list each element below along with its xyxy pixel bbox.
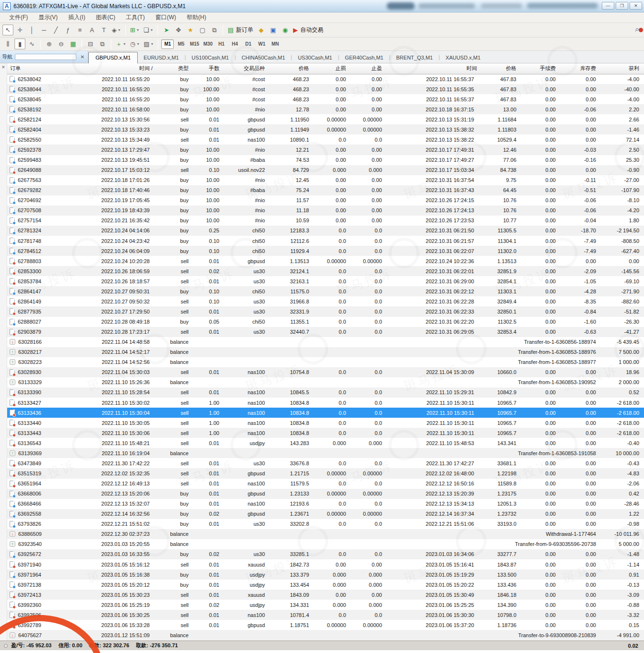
panel-close-icon[interactable]: ✕: [1, 65, 5, 70]
trade-row-63668466[interactable]: 636684662022.12.13 15:32:07buy0.01nas100…: [7, 499, 644, 509]
trade-row-63692558[interactable]: 636925582022.12.14 16:32:56buy0.02gbpusd…: [7, 509, 644, 519]
chart-tab-xauusd.x[interactable]: XAUUSD.x,M1: [440, 53, 487, 63]
trade-row-62649088[interactable]: 626490882022.10.17 15:03:12sell0.10usoil…: [7, 165, 644, 175]
market-terminal-button[interactable]: ▣: [268, 24, 279, 36]
fibonacci-button[interactable]: ƒ: [62, 24, 73, 36]
column-header[interactable]: 手数: [193, 63, 224, 74]
trade-row-63971940[interactable]: 639719402023.01.05 15:16:12sell0.01xauus…: [7, 559, 644, 569]
signals-button[interactable]: ◉: [280, 24, 291, 36]
menu-item[interactable]: 显示(V): [33, 12, 63, 23]
navigator-close-icon[interactable]: ✕: [79, 54, 86, 60]
balance-row-63923540[interactable]: ↑639235402023.01.03 15:20:55balanceTrans…: [7, 539, 644, 549]
zoom-out-button[interactable]: ⊖: [56, 38, 67, 49]
trade-row-62707508[interactable]: 627075082022.10.19 18:43:39buy10.00#nio1…: [7, 206, 644, 216]
tile-windows-button[interactable]: ▦: [68, 38, 79, 49]
cursor-button[interactable]: ↖: [2, 24, 13, 36]
trade-row-62582404[interactable]: 625824042022.10.13 15:33:23buy0.01gbpusd…: [7, 124, 644, 134]
menu-item[interactable]: 窗口(W): [150, 12, 181, 23]
period-selector-button[interactable]: ◷▼: [129, 38, 141, 49]
timeframe-m15-button[interactable]: M15: [188, 39, 201, 49]
column-header[interactable]: 止盈: [351, 63, 387, 74]
trade-row-62538192[interactable]: 625381922022.10.11 16:58:00buy10.00#nio1…: [7, 104, 644, 114]
line-chart-button[interactable]: ∿: [26, 38, 37, 49]
trade-row-62704692[interactable]: 627046922022.10.19 17:05:45buy10.00#nio1…: [7, 195, 644, 206]
column-header[interactable]: 获利: [601, 63, 644, 74]
trade-row-63971964[interactable]: 639719642023.01.05 15:16:38buy0.01usdjpy…: [7, 569, 644, 580]
auto-trading-button[interactable]: ▶自动交易: [292, 24, 325, 36]
column-header[interactable]: 时间 /: [77, 63, 157, 74]
menu-item[interactable]: 图表(C): [91, 12, 121, 23]
shapes-button[interactable]: ◈▼: [110, 24, 122, 36]
trade-row-62864147[interactable]: 628641472022.10.27 09:50:31buy0.10chi501…: [7, 286, 644, 296]
indicator-list-button[interactable]: ＋▼: [114, 38, 128, 49]
menu-item[interactable]: 插入(I): [63, 12, 90, 23]
favorites-button[interactable]: ★: [185, 24, 196, 36]
chart-tab-us100cash[interactable]: US100Cash,M1: [186, 53, 235, 63]
trade-row-63133390[interactable]: 631333902022.11.10 15:28:54sell0.01nas10…: [7, 387, 644, 398]
column-header[interactable]: 类型: [157, 63, 193, 74]
autoscroll-button[interactable]: ➤: [161, 24, 172, 36]
menu-item[interactable]: 文件(F): [4, 12, 33, 23]
timeframe-m1-button[interactable]: M1: [161, 39, 174, 49]
minimize-button[interactable]: —: [602, 2, 614, 10]
candlestick-chart-button[interactable]: ▮: [14, 38, 25, 49]
chart-tab-ger40cash[interactable]: GER40Cash,M1: [339, 53, 389, 63]
balance-row-63028217[interactable]: ↑630282172022.11.04 14:52:17balanceTrans…: [7, 347, 644, 357]
crosshair-button[interactable]: ✛: [14, 24, 25, 36]
chart-profiles-button[interactable]: ❏▼: [142, 24, 155, 36]
balance-row-63028223[interactable]: ↑630282232022.11.04 14:52:56balanceTrans…: [7, 357, 644, 367]
balance-row-63028166[interactable]: ↓630281662022.11.04 14:48:58balanceTrans…: [7, 337, 644, 347]
trade-row-62864149[interactable]: 628641492022.10.27 09:50:32sell0.10us303…: [7, 296, 644, 306]
trade-row-62784512[interactable]: 627845122022.10.24 06:04:09buy0.10chi501…: [7, 246, 644, 256]
data-window-button[interactable]: ▢: [197, 24, 208, 36]
timeframe-w1-button[interactable]: W1: [255, 39, 268, 49]
chart-shift-button[interactable]: ✥: [173, 24, 184, 36]
column-header[interactable]: 订单: [7, 63, 77, 74]
trade-row-63133427[interactable]: 631334272022.11.10 15:30:02sell1.00nas10…: [7, 398, 644, 408]
trade-row-62538042[interactable]: 625380422022.10.11 16:55:20buy10.00#cost…: [7, 74, 644, 84]
trade-row-63793826[interactable]: 637938262022.12.21 15:51:02buy0.01us3033…: [7, 519, 644, 529]
timeframe-d1-button[interactable]: D1: [242, 39, 254, 49]
column-header[interactable]: 价格: [482, 63, 521, 74]
trade-row-62582124[interactable]: 625821242022.10.13 15:30:56sell0.01gbpus…: [7, 114, 644, 124]
timeframe-m5-button[interactable]: M5: [175, 39, 187, 49]
trade-row-62781324[interactable]: 627813242022.10.24 04:14:06buy0.25chi501…: [7, 226, 644, 236]
chart-tab-gbpusd.x[interactable]: GBPUSD.x,M1: [88, 52, 138, 63]
balance-row-63886509[interactable]: ↓638865092022.12.30 02:37:23balanceWithd…: [7, 529, 644, 539]
trade-row-63972138[interactable]: 639721382023.01.05 15:20:12buy0.01usdjpy…: [7, 580, 644, 590]
restore-button[interactable]: ❐: [616, 2, 628, 10]
timeframe-m30-button[interactable]: M30: [202, 39, 214, 49]
arrange-windows-button[interactable]: ⊟: [85, 38, 96, 49]
column-header[interactable]: 价格: [270, 63, 314, 74]
trade-row-62877935[interactable]: 628779352022.10.27 17:29:50sell0.01us303…: [7, 306, 644, 316]
trade-row-62592378[interactable]: 625923782022.10.13 17:29:47buy10.00#nio1…: [7, 145, 644, 155]
column-header[interactable]: 交易品种: [224, 63, 270, 74]
trade-row-63992789[interactable]: 639927892023.01.06 15:33:28sell0.01gbpus…: [7, 620, 644, 630]
trade-row-62903879[interactable]: 629038792022.10.28 17:23:17sell0.01us303…: [7, 327, 644, 337]
new-order-button[interactable]: ▤新订单: [226, 24, 254, 36]
balance-row-63133329[interactable]: ↑631333292022.11.10 15:26:36balanceTrans…: [7, 377, 644, 387]
chart-tab-brent_q3[interactable]: BRENT_Q3,M1: [391, 53, 439, 63]
column-header[interactable]: 手续费: [521, 63, 561, 74]
column-header[interactable]: 库存费: [561, 63, 601, 74]
trade-row-63473849[interactable]: 634738492022.11.30 17:42:22sell0.01us303…: [7, 458, 644, 468]
trade-row-63972413[interactable]: 639724132023.01.05 15:30:23sell0.01xauus…: [7, 590, 644, 600]
text-label-button[interactable]: T: [98, 24, 109, 36]
trade-row-62677563[interactable]: 626775632022.10.18 17:01:26buy10.00#nio1…: [7, 175, 644, 185]
cycle-lines-button[interactable]: ≡: [74, 24, 85, 36]
trade-row-62538044[interactable]: 625380442022.10.11 16:55:20buy100.00#cos…: [7, 84, 644, 94]
trade-row-63136543[interactable]: 631365432022.11.10 15:48:21sell0.01usdjp…: [7, 438, 644, 448]
trade-row-63651964[interactable]: 636519642022.12.12 16:49:13sell0.01nas10…: [7, 479, 644, 489]
zoom-in-button[interactable]: ⊕: [44, 38, 55, 49]
trade-row-63028930[interactable]: 630289302022.11.04 15:30:03sell0.01nas10…: [7, 367, 644, 377]
column-header[interactable]: 时间: [387, 63, 482, 74]
timeframe-h4-button[interactable]: H4: [228, 39, 241, 49]
trade-row-63925672[interactable]: 639256722023.01.03 16:33:55buy0.02us3033…: [7, 549, 644, 559]
chart-tab-us30cash[interactable]: US30Cash,M1: [292, 53, 338, 63]
trade-row-62888027[interactable]: 628880272022.10.28 08:49:18buy0.05chi501…: [7, 317, 644, 327]
trade-row-62853300[interactable]: 628533002022.10.26 18:06:59sell0.02us303…: [7, 266, 644, 276]
trade-row-63133440[interactable]: 631334402022.11.10 15:30:05sell1.00nas10…: [7, 418, 644, 428]
balance-row-63139369[interactable]: ↑631393692022.11.10 16:19:04balanceTrans…: [7, 448, 644, 458]
timeframe-h1-button[interactable]: H1: [215, 39, 227, 49]
horizontal-line-button[interactable]: ─: [38, 24, 49, 36]
